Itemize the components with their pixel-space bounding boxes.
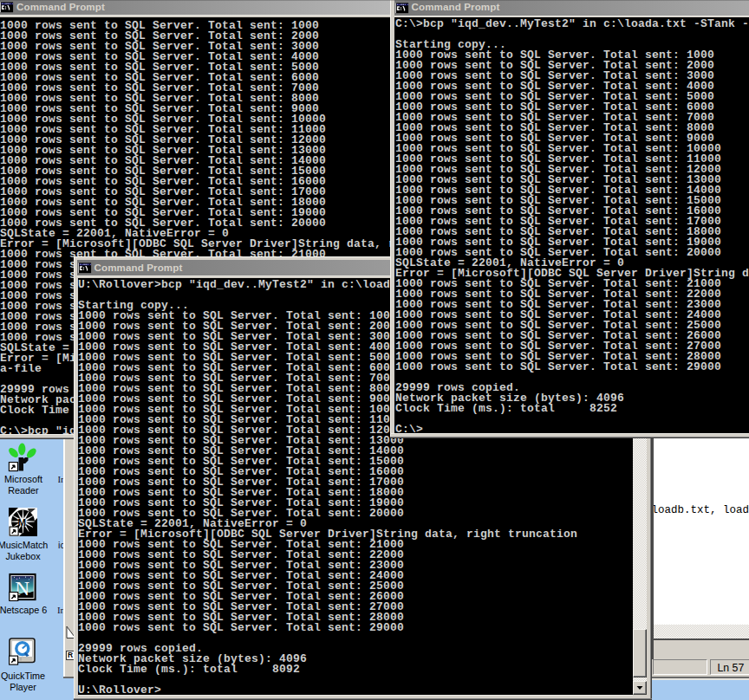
svg-text:M: M xyxy=(18,517,27,528)
